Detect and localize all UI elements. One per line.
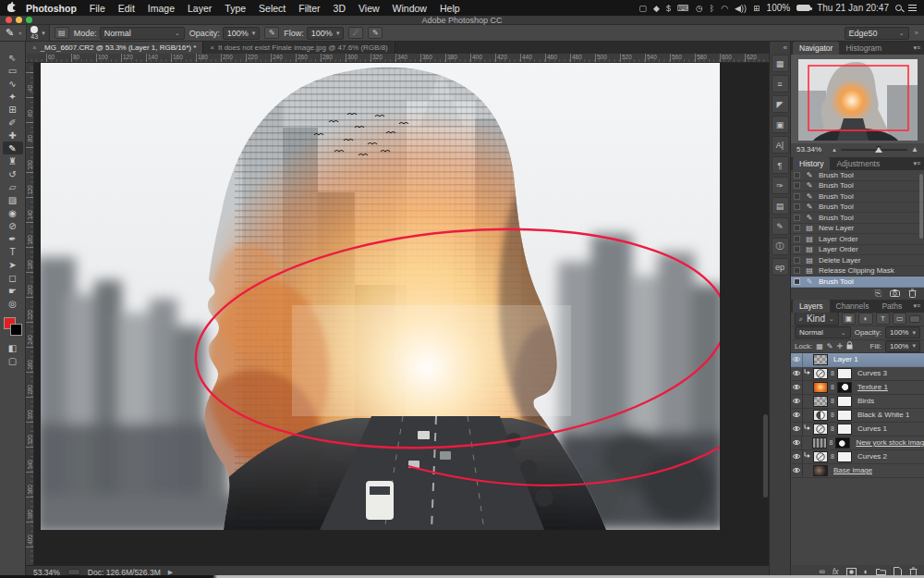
pressure-opacity-icon[interactable]: ✎ (264, 27, 279, 39)
history-scrollbar[interactable] (919, 174, 923, 239)
history-source-checkbox[interactable] (794, 182, 800, 189)
history-tab-history[interactable]: History (793, 157, 830, 170)
paragraph-panel-icon[interactable]: ¶ (772, 156, 789, 174)
toggle-brush-panel-icon[interactable]: ▤ (55, 27, 69, 39)
layer-filter-toggle[interactable] (909, 315, 920, 323)
time-machine-icon[interactable]: ◷ (696, 4, 703, 13)
layer-mask-thumbnail[interactable] (835, 437, 850, 449)
menubar-clock[interactable]: Thu 21 Jan 20:47 (817, 3, 889, 13)
lock-all-icon[interactable] (846, 341, 853, 351)
menu-view[interactable]: View (352, 3, 386, 14)
extensions-panel-icon[interactable]: ep (772, 258, 789, 276)
filter-pixel-layers-icon[interactable]: ▣ (842, 313, 856, 325)
clone-stamp-tool[interactable]: ♜ (3, 154, 23, 167)
close-tab-icon[interactable]: × (32, 43, 37, 52)
zoom-window-button[interactable] (26, 17, 32, 23)
close-tab-icon[interactable]: × (210, 43, 214, 52)
history-state[interactable]: ✎Brush Tool (791, 213, 924, 224)
history-source-checkbox[interactable] (794, 236, 800, 242)
layer-mask-thumbnail[interactable] (837, 424, 852, 435)
layer-visibility-eye-icon[interactable] (791, 395, 803, 408)
layer-row[interactable]: 8Black & White 1 (791, 409, 924, 423)
menu-photoshop[interactable]: Photoshop (19, 3, 83, 14)
layer-visibility-eye-icon[interactable] (791, 367, 803, 380)
new-snapshot-icon[interactable] (890, 289, 900, 297)
path-selection-tool[interactable]: ➤ (3, 258, 23, 271)
wifi-icon[interactable]: ◠ (721, 4, 728, 13)
input-source-icon[interactable]: ⊞ (753, 4, 760, 13)
zoom-tool[interactable]: ◎ (3, 297, 23, 310)
curves-adjustment-icon[interactable] (813, 451, 828, 462)
bw-adjustment-icon[interactable] (813, 410, 828, 421)
dodge-tool[interactable]: ⊘ (3, 219, 23, 232)
layer-name[interactable]: Black & White 1 (857, 411, 909, 419)
layer-mask-thumbnail[interactable] (837, 451, 852, 462)
layer-name[interactable]: Curves 3 (857, 369, 887, 377)
notes-panel-icon[interactable]: ✎ (772, 217, 789, 235)
layers-tab-channels[interactable]: Channels (830, 300, 876, 313)
notification-center-icon[interactable] (908, 5, 917, 11)
navigator-tab-navigator[interactable]: Navigator (793, 42, 839, 55)
layer-visibility-eye-icon[interactable] (791, 450, 803, 463)
menu-image[interactable]: Image (141, 3, 181, 14)
navigator-zoom-slider[interactable] (841, 149, 907, 151)
curves-adjustment-icon[interactable] (813, 368, 828, 379)
layer-mask-thumbnail[interactable] (837, 396, 852, 407)
layer-comps-panel-icon[interactable]: ▤ (772, 197, 789, 215)
window-titlebar[interactable]: Adobe Photoshop CC (0, 16, 924, 25)
filter-shape-layers-icon[interactable]: ▭ (893, 313, 906, 325)
eyedropper-tool[interactable]: ✐ (3, 116, 23, 129)
layer-visibility-eye-icon[interactable] (791, 464, 803, 477)
layers-tab-layers[interactable]: Layers (793, 300, 830, 313)
marquee-tool[interactable]: ▭ (3, 64, 23, 77)
history-state[interactable]: ✎Brush Tool (791, 191, 924, 203)
lock-pixels-icon[interactable]: ✎ (827, 342, 833, 350)
navigator-panel-menu-icon[interactable]: ▾≡ (913, 44, 920, 52)
canvas-pasteboard[interactable] (34, 63, 769, 565)
apple-logo-icon[interactable] (7, 4, 16, 12)
brush-tool-icon[interactable]: ✎ (6, 27, 14, 39)
history-state[interactable]: ✎Brush Tool (791, 203, 924, 214)
styles-panel-icon[interactable]: ◤ (772, 95, 789, 113)
horizontal-ruler[interactable]: 6080100120140160180200220240260280300320… (26, 54, 769, 63)
layer-name[interactable]: New york stock image (856, 438, 924, 447)
menu-window[interactable]: Window (386, 3, 433, 14)
shape-tool[interactable]: ◻ (3, 271, 23, 284)
eraser-tool[interactable]: ▱ (3, 180, 23, 193)
menu-filter[interactable]: Filter (292, 3, 326, 14)
history-brush-tool[interactable]: ↺ (3, 167, 23, 180)
layers-tab-paths[interactable]: Paths (875, 300, 908, 313)
layer-row[interactable]: 8Curves 2 (791, 450, 924, 464)
canvas-artwork[interactable] (41, 63, 720, 530)
canvas-vertical-scrollbar[interactable] (763, 414, 768, 498)
layer-name[interactable]: Birds (857, 397, 874, 405)
history-tab-adjustments[interactable]: Adjustments (830, 157, 886, 170)
layer-name[interactable]: Texture 1 (857, 383, 888, 391)
pressure-size-icon[interactable]: ✎ (368, 27, 383, 39)
workspace-select[interactable]: Edge50⌄ (845, 27, 909, 40)
layer-blend-mode-select[interactable]: Normal⌄ (795, 326, 851, 338)
layer-visibility-eye-icon[interactable] (791, 409, 803, 422)
crop-tool[interactable]: ⊞ (3, 103, 23, 116)
dropbox-icon[interactable]: ◆ (653, 4, 660, 13)
history-state[interactable]: ▤Release Clipping Mask (791, 266, 924, 277)
move-tool[interactable]: ⇖ (3, 51, 23, 64)
bluetooth-icon[interactable]: ᛒ (710, 4, 714, 13)
history-state[interactable]: ▤New Layer (791, 224, 924, 235)
info-panel-icon[interactable]: ⓘ (772, 238, 789, 255)
menu-select[interactable]: Select (252, 3, 292, 14)
character-panel-icon[interactable]: A| (772, 136, 789, 154)
layer-thumbnail[interactable] (813, 382, 828, 393)
menu-type[interactable]: Type (218, 3, 252, 14)
history-state[interactable]: ✎Brush Tool (791, 277, 924, 288)
history-state[interactable]: ✎Brush Tool (791, 170, 924, 181)
hand-tool[interactable]: ☛ (3, 284, 23, 297)
history-source-checkbox[interactable] (794, 257, 800, 264)
lasso-tool[interactable]: ∿ (3, 77, 23, 90)
layer-row[interactable]: 8Curves 3 (791, 367, 924, 381)
flow-select[interactable]: 100%▾ (307, 27, 345, 40)
layer-row[interactable]: 8New york stock image (791, 437, 924, 450)
menu-edit[interactable]: Edit (112, 3, 141, 14)
zoom-in-mountain-icon[interactable]: ▲ (911, 145, 918, 154)
quick-mask-mode-icon[interactable]: ◧ (3, 341, 23, 354)
